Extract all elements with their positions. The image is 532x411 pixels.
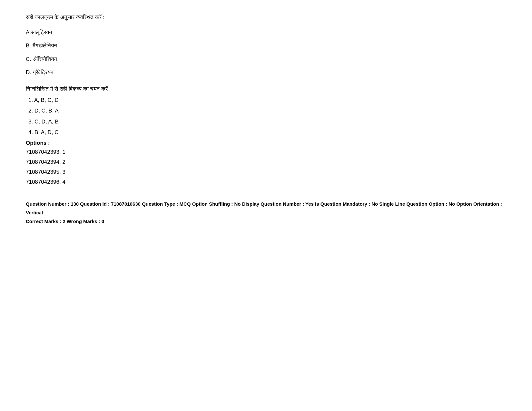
question-instruction: सही कालक्रम के अनुसार व्यवस्थित करें : [26, 13, 506, 22]
option-code-4: 71087042396. 4 [26, 178, 506, 186]
option-code-3: 71087042395. 3 [26, 168, 506, 176]
numbered-option-1: 1. A, B, C, D [28, 96, 506, 104]
marks-line: Correct Marks : 2 Wrong Marks : 0 [26, 217, 506, 226]
select-instruction: निम्नलिखित में से सही विकल्प का चयन करें… [26, 84, 506, 93]
option-b: B. मैगडालेनियन [26, 41, 506, 50]
numbered-option-4: 4. B, A, D, C [28, 128, 506, 137]
option-code-2: 71087042394. 2 [26, 158, 506, 166]
option-code-1: 71087042393. 1 [26, 148, 506, 156]
option-c: C. ऑरिग्नेशियन [26, 55, 506, 64]
numbered-option-3: 3. C, D, A, B [28, 117, 506, 126]
option-a: A.सालूट्रियन [26, 28, 506, 37]
question-container: सही कालक्रम के अनुसार व्यवस्थित करें : A… [26, 13, 506, 226]
question-meta: Question Number : 130 Question Id : 7108… [26, 200, 506, 217]
option-d: D. ग्रैवेट्रियन [26, 68, 506, 77]
numbered-options-list: 1. A, B, C, D 2. D, C, B, A 3. C, D, A, … [28, 96, 506, 137]
option-codes-list: 71087042393. 1 71087042394. 2 7108704239… [26, 148, 506, 187]
options-label: Options : [26, 140, 506, 146]
numbered-option-2: 2. D, C, B, A [28, 106, 506, 115]
